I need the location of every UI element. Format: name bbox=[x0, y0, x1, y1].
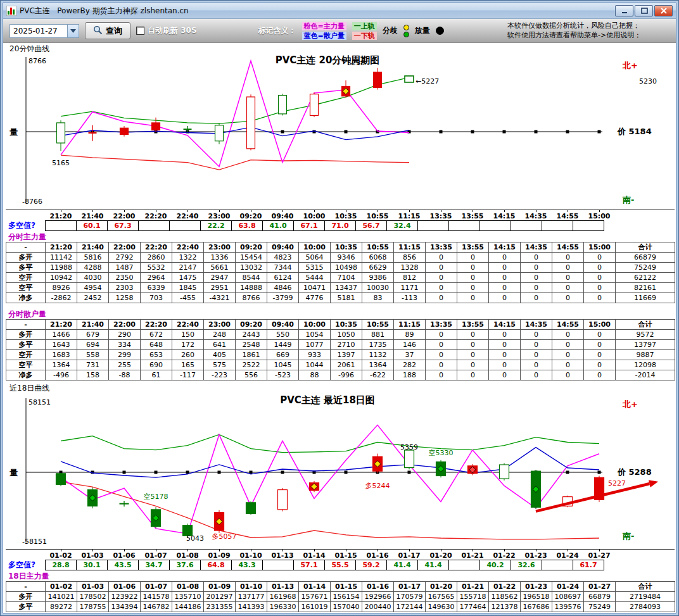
data-cell: 1171 bbox=[394, 283, 426, 293]
data-cell: 2710 bbox=[331, 340, 362, 350]
data-cell: 0 bbox=[521, 263, 552, 273]
data-cell: 0 bbox=[457, 273, 489, 283]
price-annotation: 5165 bbox=[52, 159, 70, 167]
data-cell: 1328 bbox=[394, 263, 426, 273]
data-cell: 155718 bbox=[457, 592, 489, 602]
data-cell: 0 bbox=[584, 370, 616, 380]
row-label: 多开 bbox=[6, 330, 46, 340]
time-axis-label: 01-23 bbox=[520, 550, 552, 558]
column-header: 合计 bbox=[616, 242, 675, 253]
south-label: 南- bbox=[622, 195, 634, 204]
data-cell: 0 bbox=[552, 370, 584, 380]
column-header: 01-02 bbox=[46, 582, 77, 592]
chart-title: PVC主连 20分钟周期图 bbox=[276, 54, 380, 66]
data-cell: 1364 bbox=[46, 360, 77, 370]
data-cell: 0 bbox=[552, 263, 584, 273]
data-cell: 0 bbox=[426, 370, 457, 380]
window-controls bbox=[615, 5, 673, 16]
price-annotation: 多5244 bbox=[365, 482, 390, 490]
time-axis-label: 14:15 bbox=[488, 210, 520, 219]
data-cell: 1322 bbox=[172, 253, 204, 263]
dropdown-arrow-icon[interactable] bbox=[67, 25, 79, 37]
data-cell: 1475 bbox=[172, 273, 204, 283]
legend-retail: 蓝色=散户量 bbox=[302, 32, 346, 40]
time-axis-label: 01-15 bbox=[330, 550, 362, 558]
data-cell: 0 bbox=[584, 330, 616, 340]
data-cell: 9887 bbox=[616, 350, 675, 360]
data-cell: 1487 bbox=[109, 263, 141, 273]
data-cell: 2147 bbox=[172, 263, 204, 273]
column-header: 10:55 bbox=[362, 320, 394, 330]
data-cell: 157040 bbox=[331, 602, 362, 612]
data-cell: 2860 bbox=[141, 253, 172, 263]
long-short-value: 67.1 bbox=[293, 220, 325, 231]
long-short-value: 30.1 bbox=[76, 560, 108, 570]
column-header: 01-20 bbox=[426, 582, 457, 592]
column-header: 01-13 bbox=[267, 582, 299, 592]
data-cell: 4288 bbox=[77, 263, 109, 273]
minimize-button[interactable] bbox=[615, 5, 633, 16]
auto-refresh-checkbox[interactable] bbox=[136, 27, 144, 35]
time-axis-label: 22:20 bbox=[140, 210, 172, 219]
data-cell: 0 bbox=[552, 330, 584, 340]
candle bbox=[89, 125, 97, 141]
data-cell: 0 bbox=[489, 340, 521, 350]
candle bbox=[374, 68, 382, 89]
data-cell: 146 bbox=[394, 340, 426, 350]
data-cell: 558 bbox=[77, 350, 109, 360]
candle bbox=[120, 501, 129, 506]
column-header: 14:15 bbox=[489, 242, 521, 253]
search-icon bbox=[93, 25, 103, 37]
data-cell: 61 bbox=[141, 370, 172, 380]
column-header: 15:00 bbox=[584, 242, 616, 253]
time-axis-label: 01-22 bbox=[488, 550, 520, 558]
long-short-value: 43.3 bbox=[231, 560, 263, 570]
candle bbox=[500, 463, 509, 481]
chart18-corner-label: 近18日曲线 bbox=[10, 383, 49, 394]
data-cell: 108697 bbox=[552, 592, 584, 602]
column-header: 13:35 bbox=[426, 320, 457, 330]
data-cell: -3799 bbox=[267, 293, 299, 303]
data-cell: 161968 bbox=[267, 592, 299, 602]
chart-title: PVC主连 最近18日图 bbox=[280, 394, 375, 406]
data-cell: 4030 bbox=[77, 273, 109, 283]
disclaimer: 本软件仅做数据分析统计，风险自己把握； 软件使用方法请查看帮助菜单->使用说明； bbox=[507, 22, 669, 41]
data-cell: 690 bbox=[141, 360, 172, 370]
data-cell: 121378 bbox=[489, 602, 521, 612]
data-cell: 0 bbox=[489, 293, 521, 303]
zero-dot bbox=[471, 130, 474, 134]
column-header: 10:35 bbox=[331, 242, 362, 253]
zero-dot bbox=[155, 471, 158, 474]
data-cell: 0 bbox=[552, 273, 584, 283]
long-short-value: 55.5 bbox=[324, 560, 356, 570]
data-cell: 5816 bbox=[77, 253, 109, 263]
candle bbox=[152, 118, 160, 132]
candle bbox=[310, 92, 319, 117]
column-header: 01-09 bbox=[204, 582, 236, 592]
data-cell: 0 bbox=[457, 360, 489, 370]
candle bbox=[342, 80, 350, 97]
retail20-table-title: 分时散户量 bbox=[8, 309, 46, 320]
time-axis-label: 22:40 bbox=[172, 210, 203, 219]
data-cell: 8926 bbox=[46, 283, 77, 293]
zero-dot bbox=[566, 130, 569, 134]
chart20-time-axis: 21:2021:4022:0022:2022:4023:0009:2009:40… bbox=[6, 210, 675, 219]
close-button[interactable] bbox=[654, 5, 673, 16]
candle bbox=[88, 487, 98, 508]
zero-dot bbox=[598, 130, 601, 134]
date-select[interactable]: 2025-01-27 bbox=[10, 24, 79, 38]
long-short-row-18day: 多空值?28.830.143.534.737.664.843.357.155.5… bbox=[6, 560, 675, 570]
maximize-button[interactable] bbox=[635, 5, 653, 16]
query-button[interactable]: 查询 bbox=[85, 22, 130, 39]
long-short-value: 61.7 bbox=[573, 560, 604, 570]
legend-title: 标记含义： bbox=[258, 25, 296, 36]
long-short-value: 56.7 bbox=[355, 220, 387, 231]
data-cell: 66879 bbox=[616, 253, 675, 263]
data-cell: 0 bbox=[426, 283, 457, 293]
data-cell: 196518 bbox=[521, 592, 552, 602]
time-axis-label: 23:00 bbox=[203, 210, 235, 219]
long-short-value bbox=[448, 220, 480, 231]
y-max-label: 58151 bbox=[29, 398, 51, 406]
time-axis-label: 01-03 bbox=[77, 550, 108, 558]
data-cell: 9386 bbox=[362, 273, 394, 283]
